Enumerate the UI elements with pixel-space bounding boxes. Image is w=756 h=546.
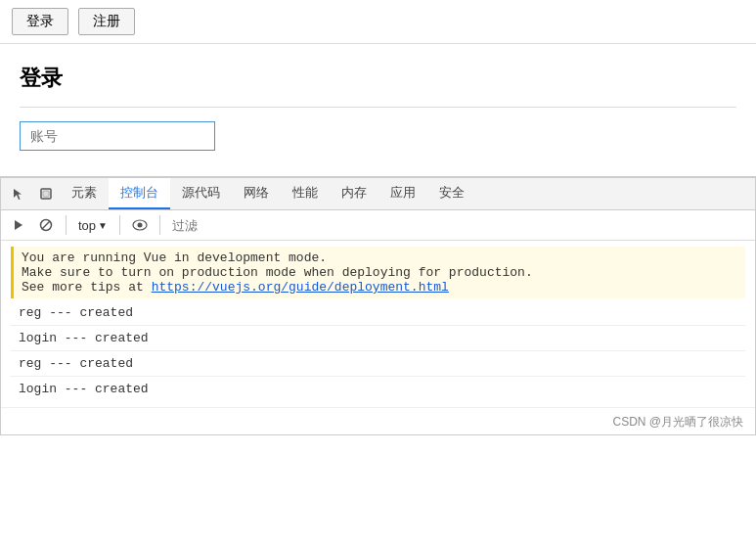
account-input[interactable] [20,121,215,151]
toolbar-separator-1 [66,215,67,235]
console-line-1: reg --- created [11,300,745,326]
eye-icon[interactable] [128,213,152,237]
svg-point-6 [137,223,142,228]
console-line-4: login --- created [11,377,745,401]
register-button[interactable]: 注册 [78,8,135,35]
tab-security[interactable]: 安全 [427,178,476,209]
console-output: You are running Vue in development mode.… [1,241,755,407]
run-button[interactable] [7,213,30,237]
chevron-down-icon: ▼ [98,220,108,231]
deployment-link[interactable]: https://vuejs.org/guide/deployment.html [152,280,449,295]
watermark: CSDN @月光晒了很凉快 [1,407,755,434]
tab-console[interactable]: 控制台 [109,178,170,209]
console-line-2: login --- created [11,326,745,351]
block-icon[interactable] [34,213,58,237]
top-selector[interactable]: top ▼ [74,216,111,235]
toolbar-separator-3 [159,215,160,235]
page-title: 登录 [20,64,736,93]
svg-line-4 [42,221,50,229]
console-line-3: reg --- created [11,351,745,377]
devtools-toolbar: top ▼ [1,210,755,241]
login-button[interactable]: 登录 [12,8,68,35]
tab-application[interactable]: 应用 [378,178,427,209]
tab-network[interactable]: 网络 [232,178,281,209]
divider [20,107,736,108]
toolbar-separator-2 [119,215,120,235]
svg-rect-1 [43,191,49,197]
svg-marker-2 [15,220,22,230]
tab-sources[interactable]: 源代码 [170,178,232,209]
console-warning: You are running Vue in development mode.… [11,247,745,298]
filter-input[interactable] [168,216,286,235]
devtools-panel: 元素 控制台 源代码 网络 性能 内存 应用 安全 [0,176,756,435]
devtools-tabs: 元素 控制台 源代码 网络 性能 内存 应用 安全 [1,178,755,210]
tab-performance[interactable]: 性能 [281,178,330,209]
cursor-icon[interactable] [5,178,32,209]
inspect-icon[interactable] [32,178,60,209]
page-content: 登录 [0,44,756,160]
top-nav: 登录 注册 [0,0,756,44]
tab-elements[interactable]: 元素 [60,178,109,209]
tab-memory[interactable]: 内存 [330,178,378,209]
